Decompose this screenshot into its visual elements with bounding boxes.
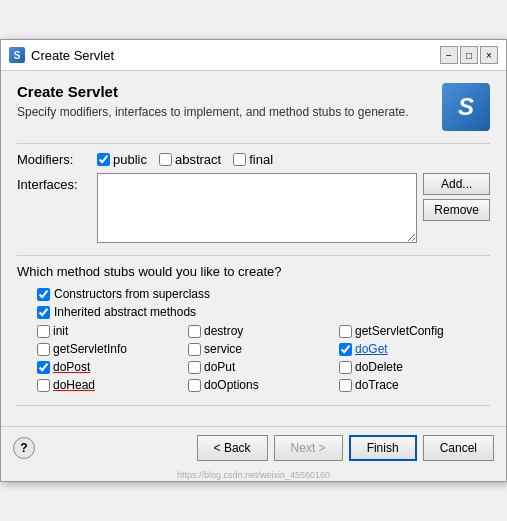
dialog-body: Create Servlet Specify modifiers, interf… — [1, 71, 506, 426]
method-destroy[interactable]: destroy — [188, 323, 339, 339]
minimize-button[interactable]: − — [440, 46, 458, 64]
method-stubs-question: Which method stubs would you like to cre… — [17, 264, 490, 279]
dialog-main-title: Create Servlet — [17, 83, 432, 100]
final-label: final — [249, 152, 273, 167]
final-checkbox-label[interactable]: final — [233, 152, 273, 167]
dialog-header: Create Servlet Specify modifiers, interf… — [17, 83, 490, 131]
interfaces-buttons: Add... Remove — [423, 173, 490, 243]
remove-button[interactable]: Remove — [423, 199, 490, 221]
abstract-checkbox-label[interactable]: abstract — [159, 152, 221, 167]
method-getServletConfig[interactable]: getServletConfig — [339, 323, 490, 339]
method-getServletInfo-checkbox[interactable] — [37, 343, 50, 356]
modifiers-checkboxes: public abstract final — [97, 152, 273, 167]
public-checkbox-label[interactable]: public — [97, 152, 147, 167]
method-service-label: service — [204, 342, 242, 356]
title-bar: S Create Servlet − □ × — [1, 40, 506, 71]
method-doPost-label: doPost — [53, 360, 90, 374]
interfaces-content: Add... Remove — [97, 173, 490, 243]
body-divider — [17, 255, 490, 256]
modifiers-label: Modifiers: — [17, 152, 97, 167]
footer-right: < Back Next > Finish Cancel — [197, 435, 494, 461]
method-doDelete[interactable]: doDelete — [339, 359, 490, 375]
constructors-text: Constructors from superclass — [54, 287, 210, 301]
method-stubs-section: Which method stubs would you like to cre… — [17, 264, 490, 393]
method-getServletInfo[interactable]: getServletInfo — [37, 341, 188, 357]
cancel-button[interactable]: Cancel — [423, 435, 494, 461]
method-doOptions[interactable]: doOptions — [188, 377, 339, 393]
watermark: https://blog.csdn.net/weixin_45560160 — [1, 469, 506, 481]
method-doOptions-checkbox[interactable] — [188, 379, 201, 392]
next-button[interactable]: Next > — [274, 435, 343, 461]
method-init[interactable]: init — [37, 323, 188, 339]
abstract-label: abstract — [175, 152, 221, 167]
window-title: Create Servlet — [31, 48, 114, 63]
footer-left: ? — [13, 437, 35, 459]
method-destroy-checkbox[interactable] — [188, 325, 201, 338]
method-doPost-checkbox[interactable] — [37, 361, 50, 374]
interfaces-row: Interfaces: Add... Remove — [17, 173, 490, 243]
constructors-row: Constructors from superclass — [37, 287, 490, 301]
footer-divider — [17, 405, 490, 406]
methods-grid: init destroy getServletConfig getServlet… — [37, 323, 490, 393]
method-init-checkbox[interactable] — [37, 325, 50, 338]
method-getServletInfo-label: getServletInfo — [53, 342, 127, 356]
servlet-icon: S — [9, 47, 25, 63]
title-bar-left: S Create Servlet — [9, 47, 114, 63]
method-doDelete-label: doDelete — [355, 360, 403, 374]
inherited-row: Inherited abstract methods — [37, 305, 490, 319]
method-init-label: init — [53, 324, 68, 338]
method-doGet[interactable]: doGet — [339, 341, 490, 357]
modifiers-row: Modifiers: public abstract final — [17, 152, 490, 167]
add-button[interactable]: Add... — [423, 173, 490, 195]
method-service[interactable]: service — [188, 341, 339, 357]
header-divider — [17, 143, 490, 144]
method-doHead-checkbox[interactable] — [37, 379, 50, 392]
public-checkbox[interactable] — [97, 153, 110, 166]
final-checkbox[interactable] — [233, 153, 246, 166]
method-doGet-checkbox[interactable] — [339, 343, 352, 356]
inherited-text: Inherited abstract methods — [54, 305, 196, 319]
interfaces-label: Interfaces: — [17, 173, 97, 192]
method-doPut-checkbox[interactable] — [188, 361, 201, 374]
title-controls: − □ × — [440, 46, 498, 64]
back-button[interactable]: < Back — [197, 435, 268, 461]
method-doOptions-label: doOptions — [204, 378, 259, 392]
method-getServletConfig-checkbox[interactable] — [339, 325, 352, 338]
inherited-checkbox[interactable] — [37, 306, 50, 319]
method-doHead-label: doHead — [53, 378, 95, 392]
inherited-label[interactable]: Inherited abstract methods — [37, 305, 197, 319]
dialog-subtitle: Specify modifiers, interfaces to impleme… — [17, 104, 432, 121]
method-doTrace-label: doTrace — [355, 378, 399, 392]
servlet-logo: S — [442, 83, 490, 131]
abstract-checkbox[interactable] — [159, 153, 172, 166]
constructors-checkbox[interactable] — [37, 288, 50, 301]
dialog-footer: ? < Back Next > Finish Cancel — [1, 426, 506, 469]
method-doTrace[interactable]: doTrace — [339, 377, 490, 393]
close-button[interactable]: × — [480, 46, 498, 64]
create-servlet-dialog: S Create Servlet − □ × Create Servlet Sp… — [0, 39, 507, 482]
method-destroy-label: destroy — [204, 324, 243, 338]
method-doDelete-checkbox[interactable] — [339, 361, 352, 374]
help-button[interactable]: ? — [13, 437, 35, 459]
method-doTrace-checkbox[interactable] — [339, 379, 352, 392]
method-service-checkbox[interactable] — [188, 343, 201, 356]
maximize-button[interactable]: □ — [460, 46, 478, 64]
method-doGet-label: doGet — [355, 342, 388, 356]
method-doHead[interactable]: doHead — [37, 377, 188, 393]
method-doPost[interactable]: doPost — [37, 359, 188, 375]
title-section: Create Servlet Specify modifiers, interf… — [17, 83, 432, 121]
method-doPut-label: doPut — [204, 360, 235, 374]
finish-button[interactable]: Finish — [349, 435, 417, 461]
interfaces-box[interactable] — [97, 173, 417, 243]
public-label: public — [113, 152, 147, 167]
method-getServletConfig-label: getServletConfig — [355, 324, 444, 338]
constructors-label[interactable]: Constructors from superclass — [37, 287, 210, 301]
method-doPut[interactable]: doPut — [188, 359, 339, 375]
